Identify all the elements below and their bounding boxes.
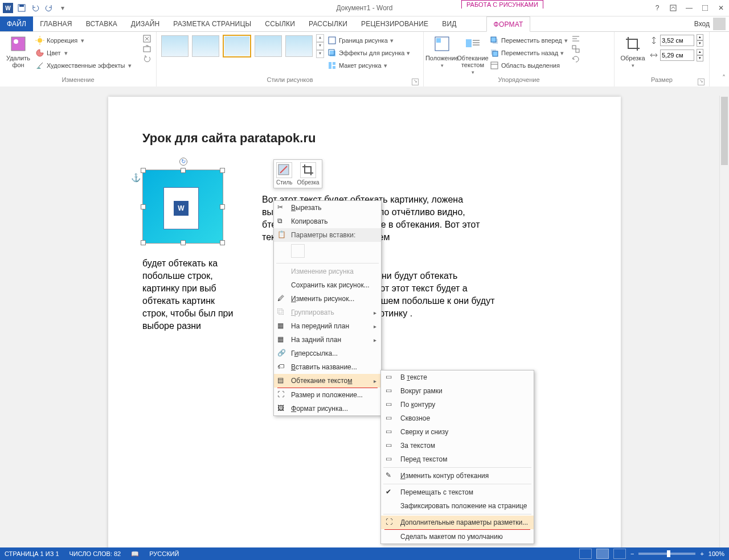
remove-background-button[interactable]: Удалить фон xyxy=(5,34,32,68)
status-page[interactable]: СТРАНИЦА 1 ИЗ 1 xyxy=(5,550,59,557)
bring-forward-button[interactable]: Переместить вперед▾ xyxy=(490,34,568,47)
wrap-move-with-text[interactable]: ✔Перемещать с текстом xyxy=(381,485,534,499)
redo-icon[interactable] xyxy=(43,2,55,14)
paste-option-icon[interactable] xyxy=(291,244,305,258)
wrap-text-button[interactable]: Обтекание текстом▾ xyxy=(459,34,486,75)
wrap-fix-position[interactable]: Зафиксировать положение на странице xyxy=(381,499,534,513)
zoom-level[interactable]: 100% xyxy=(708,550,724,557)
resize-handle[interactable] xyxy=(141,204,146,209)
tab-view[interactable]: ВИД xyxy=(435,17,463,31)
status-language[interactable]: РУССКИЙ xyxy=(149,550,179,557)
tab-file[interactable]: ФАЙЛ xyxy=(0,17,33,31)
help-icon[interactable]: ? xyxy=(652,2,663,14)
tab-mailings[interactable]: РАССЫЛКИ xyxy=(302,17,354,31)
ctx-size-position[interactable]: ⛶Размер и положение... xyxy=(274,388,381,402)
maximize-icon[interactable] xyxy=(699,2,711,14)
zoom-out-icon[interactable]: − xyxy=(630,550,634,557)
mini-style-button[interactable]: Стиль xyxy=(276,162,292,186)
wrap-set-default[interactable]: Сделать макетом по умолчанию xyxy=(381,530,534,543)
mini-crop-button[interactable]: Обрезка xyxy=(297,162,319,186)
artistic-effects-button[interactable]: Художественные эффекты▾ xyxy=(35,59,139,72)
ctx-format-picture[interactable]: 🖼Формат рисунка... xyxy=(274,402,381,415)
zoom-slider[interactable] xyxy=(638,553,695,555)
vertical-scrollbar[interactable] xyxy=(719,96,729,547)
zoom-in-icon[interactable]: + xyxy=(700,550,703,557)
ctx-cut[interactable]: ✂Вырезать xyxy=(274,201,381,215)
tab-page-layout[interactable]: РАЗМЕТКА СТРАНИЦЫ xyxy=(166,17,258,31)
wrap-inline[interactable]: ▭В тексте xyxy=(381,370,534,384)
view-print-icon[interactable] xyxy=(596,549,609,559)
style-thumb-5[interactable] xyxy=(285,35,313,57)
word-app-icon[interactable]: W xyxy=(2,2,14,14)
selected-image[interactable]: W ↻ xyxy=(142,170,223,244)
wrap-through[interactable]: ▭Сквозное xyxy=(381,411,534,425)
close-icon[interactable]: ✕ xyxy=(715,2,727,14)
color-button[interactable]: Цвет▾ xyxy=(35,47,139,59)
tab-design[interactable]: ДИЗАЙН xyxy=(124,17,167,31)
style-thumb-2[interactable] xyxy=(192,35,219,57)
ctx-copy[interactable]: ⧉Копировать xyxy=(274,215,381,228)
picture-effects-button[interactable]: Эффекты для рисунка▾ xyxy=(327,47,410,59)
dialog-launcher-icon[interactable]: ↘ xyxy=(412,79,419,85)
minimize-icon[interactable]: — xyxy=(683,2,695,14)
height-input[interactable] xyxy=(660,35,694,46)
resize-handle[interactable] xyxy=(141,240,146,245)
user-avatar-icon[interactable] xyxy=(713,18,726,30)
position-button[interactable]: Положение▾ xyxy=(428,34,456,68)
resize-handle[interactable] xyxy=(220,204,225,209)
view-web-icon[interactable] xyxy=(613,549,626,559)
picture-layout-button[interactable]: Макет рисунка▾ xyxy=(327,59,410,72)
style-thumb-4[interactable] xyxy=(255,35,282,57)
align-icon[interactable] xyxy=(571,34,580,43)
ctx-save-as-picture[interactable]: Сохранить как рисунок... xyxy=(274,278,381,292)
status-words[interactable]: ЧИСЛО СЛОВ: 82 xyxy=(69,550,121,557)
resize-handle[interactable] xyxy=(181,240,186,245)
wrap-behind[interactable]: ▭За текстом xyxy=(381,439,534,452)
dialog-launcher-icon[interactable]: ↘ xyxy=(698,79,705,85)
tab-home[interactable]: ГЛАВНАЯ xyxy=(33,17,79,31)
wrap-square[interactable]: ▭Вокруг рамки xyxy=(381,384,534,398)
ribbon-display-icon[interactable] xyxy=(667,2,679,14)
wrap-infront[interactable]: ▭Перед текстом xyxy=(381,452,534,466)
qat-customize-icon[interactable]: ▾ xyxy=(57,2,68,14)
wrap-edit-points[interactable]: ✎Изменить контур обтекания xyxy=(381,469,534,483)
gallery-scroll[interactable]: ▴▾▾ xyxy=(316,34,324,58)
scrollbar-thumb[interactable] xyxy=(721,97,728,165)
send-backward-button[interactable]: Переместить назад▾ xyxy=(490,47,568,59)
rotate-icon[interactable] xyxy=(571,55,580,64)
crop-button[interactable]: Обрезка▾ xyxy=(619,34,646,68)
wrap-tight[interactable]: ▭По контуру xyxy=(381,398,534,411)
status-proofing-icon[interactable]: 📖 xyxy=(131,550,139,558)
width-spinner[interactable]: ▴▾ xyxy=(697,49,703,61)
ctx-bring-front[interactable]: ▦На передний план▸ xyxy=(274,319,381,333)
reset-picture-icon[interactable] xyxy=(142,55,151,64)
resize-handle[interactable] xyxy=(141,168,146,173)
style-thumb-3[interactable] xyxy=(223,35,251,57)
ctx-wrap-text[interactable]: ▤Обтекание текстом▸ xyxy=(274,374,381,388)
height-spinner[interactable]: ▴▾ xyxy=(697,34,703,47)
tab-format[interactable]: ФОРМАТ xyxy=(486,17,531,32)
change-picture-icon[interactable] xyxy=(142,44,151,53)
ctx-send-back[interactable]: ▦На задний план▸ xyxy=(274,333,381,347)
tab-insert[interactable]: ВСТАВКА xyxy=(79,17,124,31)
undo-icon[interactable] xyxy=(30,2,41,14)
tab-review[interactable]: РЕЦЕНЗИРОВАНИЕ xyxy=(354,17,435,31)
selection-pane-button[interactable]: Область выделения xyxy=(490,59,568,72)
ctx-edit-picture[interactable]: 🖉Изменить рисунок... xyxy=(274,292,381,306)
rotate-handle-icon[interactable]: ↻ xyxy=(179,158,187,166)
resize-handle[interactable] xyxy=(181,168,186,173)
style-thumb-1[interactable] xyxy=(161,35,189,57)
sign-in-link[interactable]: Вход xyxy=(694,20,710,28)
wrap-topbottom[interactable]: ▭Сверху и снизу xyxy=(381,425,534,439)
resize-handle[interactable] xyxy=(220,168,225,173)
picture-styles-gallery[interactable]: ▴▾▾ xyxy=(161,34,324,58)
resize-handle[interactable] xyxy=(220,240,225,245)
save-icon[interactable] xyxy=(16,2,27,14)
picture-border-button[interactable]: Граница рисунка▾ xyxy=(327,34,410,47)
wrap-more-layout[interactable]: ⛶Дополнительные параметры разметки... xyxy=(381,516,534,529)
ctx-hyperlink[interactable]: 🔗Гиперссылка... xyxy=(274,347,381,360)
compress-pictures-icon[interactable] xyxy=(142,34,151,43)
corrections-button[interactable]: Коррекция▾ xyxy=(35,34,139,47)
ctx-caption[interactable]: 🏷Вставить название... xyxy=(274,360,381,374)
view-read-icon[interactable] xyxy=(579,549,592,559)
